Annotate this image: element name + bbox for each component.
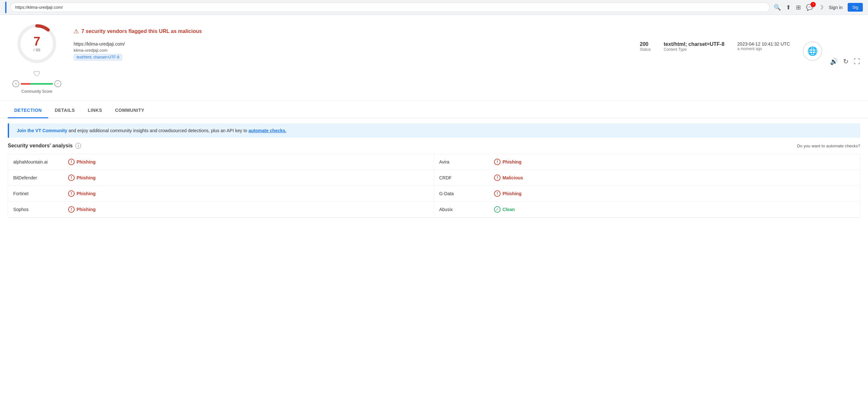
refresh-icon[interactable]: ↻ [843,58,848,65]
exclamation-circle-icon: ! [494,190,500,197]
score-circle: 7 / 89 [16,23,58,65]
exclamation-circle-icon: ! [68,206,74,213]
tab-links[interactable]: LINKS [82,103,109,118]
content-type-label: Content Type [663,47,724,52]
url-info-row: https://klima-uredjaji.com/ klima-uredja… [73,41,822,61]
vendor-cell-right: Avira!Phishing [434,154,860,170]
score-bar-track [21,83,53,85]
vendor-status: !Phishing [68,175,96,181]
table-row: Fortinet!PhishingG-Data!Phishing [8,186,860,202]
automate-checks-link[interactable]: automate checks. [248,128,286,133]
sign-in-text[interactable]: Sign in [829,5,842,10]
vendor-name: CRDF [439,175,491,180]
table-row: alphaMountain.ai!PhishingAvira!Phishing [8,154,860,170]
score-text: 7 / 89 [33,35,40,52]
check-circle-icon: ✓ [494,206,500,213]
alert-header: ⚠ 7 security vendors flagged this URL as… [73,28,822,35]
vendor-name: Abusix [439,207,491,212]
vendor-name: G-Data [439,191,491,196]
vendor-table: alphaMountain.ai!PhishingAvira!PhishingB… [8,154,860,218]
timestamp-value: 2023-04-12 10:41:32 UTC [737,41,790,47]
browser-chrome: https://klima-uredjaji.com/ 🔍 ⬆ ⊞ 💬 7 ☽ … [0,0,868,15]
exclamation-circle-icon: ! [68,190,74,197]
exclamation-circle-icon: ! [68,159,74,165]
info-icon[interactable]: i [75,143,81,149]
status-label: Phishing [76,207,96,212]
search-icon[interactable]: 🔍 [774,4,781,11]
community-score-bar: ✕ ✓ [12,80,61,87]
alert-icon: ⚠ [73,28,79,35]
globe-icon: 🌐 [803,41,822,61]
top-right-icons: 🔊 ↻ ⛶ [830,23,860,100]
x-icon: ✕ [12,80,20,87]
banner-middle-text: and enjoy additional community insights … [67,128,248,133]
main-content: 7 / 89 🛡 ✕ ✓ Community Score ⚠ 7 securit… [0,15,868,404]
vendor-cell-right: Abusix✓Clean [434,202,860,217]
vendor-cell-left: BitDefender!Phishing [8,170,434,185]
vendor-status: !Phishing [494,159,522,165]
expand-icon[interactable]: ⛶ [854,58,860,65]
vendor-status: !Phishing [68,190,96,197]
vendors-header: Security vendors' analysis i Do you want… [8,143,860,149]
vendors-title: Security vendors' analysis i [8,143,81,149]
exclamation-circle-icon: ! [494,159,500,165]
meta-timestamp-block: 2023-04-12 10:41:32 UTC a moment ago [737,41,790,52]
vendor-status: !Phishing [494,190,522,197]
tab-indicator [5,2,6,13]
notification-count: 7 [810,2,816,7]
score-number: 7 [33,35,40,48]
content-type-value: text/html; charset=UTF-8 [663,41,724,47]
community-score-label: Community Score [21,89,52,94]
tab-details[interactable]: DETAILS [48,103,81,118]
status-label: Phishing [76,175,96,180]
status-label: Phishing [76,191,96,196]
vendor-name: Sophos [13,207,65,212]
vendor-cell-right: G-Data!Phishing [434,186,860,201]
grid-icon[interactable]: ⊞ [796,4,801,11]
content-type-tag[interactable]: text/html; charset=UTF-8 [73,54,122,60]
vendor-cell-left: Sophos!Phishing [8,202,434,217]
meta-status: 200 Status [640,41,651,52]
audio-icon[interactable]: 🔊 [830,58,838,65]
time-ago-value: a moment ago [737,47,790,51]
address-bar[interactable]: https://klima-uredjaji.com/ [10,3,770,12]
top-section: 7 / 89 🛡 ✕ ✓ Community Score ⚠ 7 securit… [0,15,868,100]
vendor-status: ✓Clean [494,206,515,213]
sign-in-button[interactable]: Sig [848,3,863,12]
vendor-cell-left: Fortinet!Phishing [8,186,434,201]
tabs-bar: DETECTION DETAILS LINKS COMMUNITY [0,103,868,118]
url-main: https://klima-uredjaji.com/ [73,41,627,47]
score-denominator: / 89 [33,48,40,52]
status-label: Clean [502,207,515,212]
exclamation-circle-icon: ! [68,175,74,181]
info-panel: ⚠ 7 security vendors flagged this URL as… [73,23,822,100]
status-label: Malicious [502,175,523,180]
vendor-name: Avira [439,159,491,165]
automate-checks-text: Do you want to automate checks? [797,144,860,148]
table-row: BitDefender!PhishingCRDF!Malicious [8,170,860,186]
alert-text: 7 security vendors flagged this URL as m… [82,28,202,34]
status-label: Status [640,47,651,52]
tab-community[interactable]: COMMUNITY [108,103,151,118]
vendors-title-text: Security vendors' analysis [8,143,73,149]
status-label: Phishing [502,159,522,165]
status-label: Phishing [502,191,522,196]
meta-blocks: 200 Status text/html; charset=UTF-8 Cont… [640,41,790,52]
join-vt-community-link[interactable]: Join the VT Community [17,128,67,133]
community-banner: Join the VT Community and enjoy addition… [8,123,860,138]
vendor-cell-left: alphaMountain.ai!Phishing [8,154,434,170]
status-code: 200 [640,41,651,47]
vendor-status: !Phishing [68,206,96,213]
vendor-cell-right: CRDF!Malicious [434,170,860,185]
table-row: Sophos!PhishingAbusix✓Clean [8,202,860,218]
vendor-status: !Phishing [68,159,96,165]
score-panel: 7 / 89 🛡 ✕ ✓ Community Score [8,23,66,100]
meta-content-type: text/html; charset=UTF-8 Content Type [663,41,724,52]
url-block: https://klima-uredjaji.com/ klima-uredja… [73,41,627,60]
shield-question-icon: 🛡 [33,70,40,78]
upload-icon[interactable]: ⬆ [786,4,791,11]
moon-icon[interactable]: ☽ [818,4,824,11]
vendor-name: BitDefender [13,175,65,180]
notifications-icon[interactable]: 💬 7 [806,4,813,11]
tab-detection[interactable]: DETECTION [8,103,48,118]
